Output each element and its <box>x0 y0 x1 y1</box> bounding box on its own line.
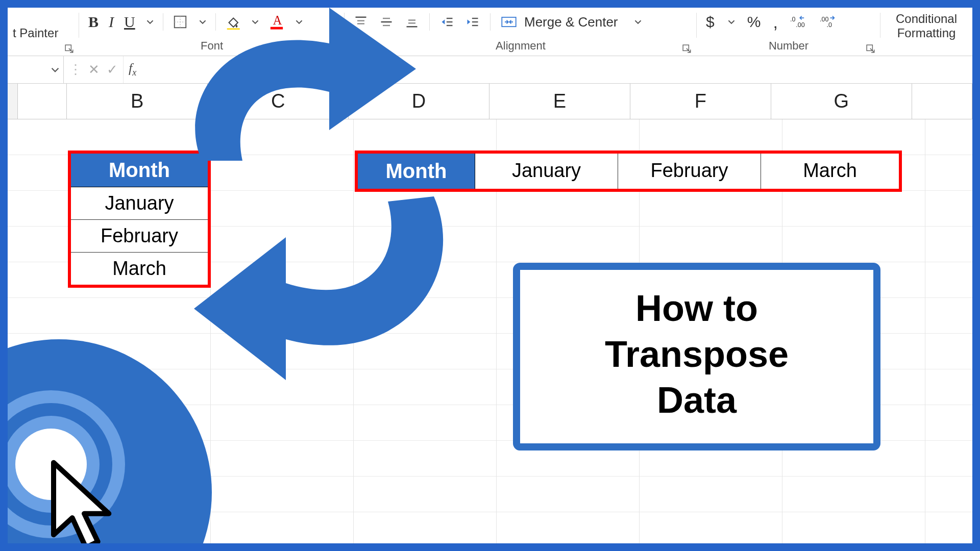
table-cell: January <box>475 154 618 189</box>
merge-center-button[interactable] <box>497 11 521 33</box>
svg-text:.0: .0 <box>826 21 831 29</box>
group-label-number: Number <box>697 39 880 53</box>
format-painter-button[interactable]: t Painter <box>13 26 74 40</box>
divider <box>490 13 491 31</box>
app-frame: t Painter B I U <box>8 8 972 543</box>
currency-button[interactable]: $ <box>702 11 719 33</box>
accept-formula-button[interactable]: ✓ <box>107 62 118 78</box>
merge-center-label[interactable]: Merge & Center <box>524 14 618 30</box>
decrease-indent-button[interactable] <box>436 11 458 33</box>
title-line: Transpose <box>530 331 863 377</box>
dialog-launcher-icon[interactable] <box>866 42 875 52</box>
column-header[interactable]: G <box>771 84 912 119</box>
select-all-corner[interactable] <box>8 84 18 119</box>
increase-indent-button[interactable] <box>461 11 484 33</box>
svg-text:.00: .00 <box>796 21 804 29</box>
svg-text:.0: .0 <box>790 16 795 23</box>
fx-icon[interactable]: fx <box>124 61 141 78</box>
transpose-arrow-bottom-icon <box>184 176 464 390</box>
ribbon-group-clipboard: t Painter <box>8 8 79 56</box>
underline-button[interactable]: U <box>120 11 139 33</box>
cursor-icon <box>36 454 122 543</box>
conditional-label-1: Conditional <box>896 12 957 26</box>
cancel-formula-button[interactable]: ✕ <box>88 62 100 78</box>
conditional-label-2: Formatting <box>897 26 956 40</box>
column-header[interactable] <box>18 84 67 119</box>
ribbon: t Painter B I U <box>8 8 972 56</box>
decrease-decimal-button[interactable]: .00.0 <box>816 11 841 33</box>
divider-dots-icon: ⋮ <box>69 62 81 78</box>
title-line: How to <box>530 285 863 331</box>
title-card: How to Transpose Data <box>513 263 880 450</box>
ribbon-group-styles: Conditional Formatting <box>880 8 972 56</box>
dialog-launcher-icon[interactable] <box>682 42 692 52</box>
dialog-launcher-icon[interactable] <box>65 42 74 52</box>
column-header-row: B C D E F G <box>8 84 972 119</box>
conditional-formatting-button[interactable]: Conditional Formatting <box>886 12 967 40</box>
column-header[interactable] <box>912 84 972 119</box>
bold-button[interactable]: B <box>84 11 103 33</box>
comma-button[interactable]: , <box>769 11 781 33</box>
ribbon-group-number: $ % , .0.00 .00.0 Number <box>697 8 880 56</box>
italic-button[interactable]: I <box>105 11 118 33</box>
chevron-down-icon[interactable] <box>724 11 739 33</box>
column-header[interactable]: F <box>630 84 771 119</box>
percent-button[interactable]: % <box>743 11 765 33</box>
name-box[interactable] <box>8 56 64 83</box>
increase-decimal-button[interactable]: .0.00 <box>786 11 812 33</box>
title-line: Data <box>530 377 863 423</box>
table-cell: March <box>761 154 899 189</box>
column-header[interactable]: E <box>489 84 630 119</box>
chevron-down-icon[interactable] <box>630 11 646 33</box>
formula-bar: ⋮ ✕ ✓ fx <box>8 56 972 84</box>
chevron-down-icon[interactable] <box>51 66 59 74</box>
divider <box>429 13 430 31</box>
transpose-arrow-top-icon <box>161 8 426 186</box>
chevron-down-icon[interactable] <box>142 11 158 33</box>
table-cell: February <box>618 154 761 189</box>
